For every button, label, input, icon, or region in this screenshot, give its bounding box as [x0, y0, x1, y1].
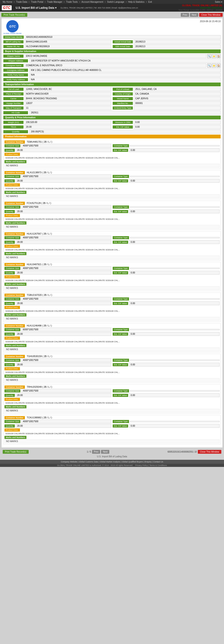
container-size-value-2: 4000*1001*500: [21, 205, 111, 209]
marks-label-2: Marks and Numbers: [5, 222, 26, 224]
qty-value-5: 20.00: [16, 302, 111, 305]
actual-arrival-field: Actual Arrival Date 20190213: [113, 40, 221, 44]
close-window-button-top[interactable]: Close This Window: [199, 13, 223, 17]
print-records-button-top[interactable]: Print Trade Record(s): [1, 13, 27, 17]
bottom-page-title: U.S. Import Bill of Lading Data: [1, 454, 223, 458]
qty-label-4: Quantity: [5, 271, 15, 274]
print-records-button-bottom[interactable]: Print Trade Record(s): [3, 450, 29, 454]
edit-arrival-label: Edit Arrival Date: [113, 45, 133, 48]
weight-field: Weight (KG) 230,520.00: [3, 120, 111, 124]
port-unload-label: Port of Unload: [113, 88, 133, 91]
port-load-value: 12493, VANCOUVER, BC: [24, 87, 111, 91]
nav-exit[interactable]: Exit: [148, 1, 152, 3]
consignee-name-label: Consignee Name: [3, 64, 24, 67]
next-button-bottom[interactable]: Next: [101, 450, 109, 454]
terms-link[interactable]: Terms & Conditions: [149, 464, 167, 466]
privacy-policy-link[interactable]: Privacy Policy: [135, 464, 148, 466]
marks-label-9: Marks and Numbers: [5, 436, 26, 439]
consignee-name-field: Consignee Name COMERCIAL E INDUSTRIAL ER…: [3, 64, 221, 68]
nav-tradeportal[interactable]: Trade Portal: [31, 1, 43, 3]
search-icon-2[interactable]: 🔍: [207, 64, 211, 68]
next-button-top[interactable]: Next: [190, 13, 198, 17]
transport-way-label: Way of Transport: [3, 106, 24, 110]
nav-tradedata[interactable]: Trade Data: [16, 1, 27, 3]
vessel-name-label: Vessel Name: [113, 97, 133, 100]
product-desc-label-2: Product Desc.: [5, 214, 20, 217]
marks-label-4: Marks and Numbers: [5, 283, 26, 286]
notify-party-address-value: N/A: [29, 78, 221, 82]
home-icon-2[interactable]: 🏠: [216, 64, 221, 68]
qty-value-2: 20.00: [16, 210, 111, 213]
container-size-value-1: 4000*1001*500: [21, 174, 111, 178]
bol-row: Bill of Lading No. BHHX124981101405 Actu…: [3, 40, 221, 44]
product-desc-text-4: SODIUM CHLORATE SODIUM CHLORATE SODIUM C…: [5, 279, 219, 282]
container-type-value-2: [130, 206, 219, 208]
containers-area: Container Number TEMU4481701 ( 2B / L / …: [3, 139, 221, 444]
nav-helpstatistics[interactable]: Help & Statistics: [128, 1, 145, 3]
product-desc-text-7: SODIUM CHLORATE SODIUM CHLORATE SODIUM C…: [5, 371, 219, 374]
cif-value: 0.00: [134, 125, 221, 129]
container-type-label-5: Container Type: [113, 298, 129, 300]
footer-link-market[interactable]: Global Market Analysis: [100, 461, 120, 463]
card-date: 2019-08-16 15:49:10: [200, 20, 221, 22]
place-receipt-value: NORTH VANCOUVER: [24, 92, 111, 96]
nav-switchlanguage[interactable]: Switch Language: [107, 1, 124, 3]
nav-links-left[interactable]: My Home▾ Trade Data▾ Trade Portal▾ Trade…: [2, 1, 153, 3]
shipper-name-row: Shipper Name ERCO WORLDWIDE 🔍 ⭐ 🏠: [3, 54, 221, 58]
footer-link-contact[interactable]: Contact Us: [153, 461, 163, 463]
qty-value-1: 20.00: [16, 179, 111, 183]
footer: Company Website | Global Customs Data | …: [0, 460, 224, 464]
container-type-label-6: Container Type: [113, 328, 129, 331]
product-desc-text-1: SODIUM CHLORATE SODIUM CHLORATE SODIUM C…: [5, 187, 219, 190]
container-type-label-1: Container Type: [113, 175, 129, 178]
close-window-button-bottom[interactable]: Close This Window: [198, 450, 221, 454]
container-number-label-3: Container Number: [5, 232, 25, 236]
manifest-field: Manifest No. 000001: [113, 101, 221, 105]
product-desc-label-1: Product Desc.: [5, 183, 20, 186]
cif-value-3: 0.00: [129, 240, 219, 244]
nav-trademanager[interactable]: Trade Manager: [47, 1, 62, 3]
home-icon[interactable]: 🏠: [216, 54, 221, 58]
container-block-5: Container Number TGBU2167020 ( 2B / L / …: [3, 292, 221, 322]
prev-button-bottom[interactable]: Prev: [92, 450, 100, 454]
product-desc-label-8: Product Desc.: [5, 398, 20, 401]
marks-value-0: NO MARKS: [5, 164, 219, 168]
container-size-label-5: Container Size: [5, 298, 20, 300]
prev-button-top[interactable]: Prev: [181, 13, 189, 17]
star-icon-2[interactable]: ⭐: [212, 64, 216, 68]
vessel-name-value: CAP JERVIS: [134, 96, 221, 100]
consignee-name-value: COMERCIAL E INDUSTRIAL ERCO: [24, 64, 206, 68]
container-type-label-2: Container Type: [113, 206, 129, 209]
search-icon[interactable]: 🔍: [207, 54, 211, 58]
container-type-label-7: Container Type: [113, 359, 129, 362]
edit-arrival-field: Edit Arrival Date 20190213: [113, 44, 221, 48]
container-number-value-3: HLKU1267567 ( 2B / L / ): [26, 232, 52, 235]
nav-accountmanagement[interactable]: Account Management: [81, 1, 103, 3]
notify-party-address-label: Notify Party Address: [3, 78, 28, 81]
container-size-value-6: 6000*1001*500: [21, 328, 111, 332]
footer-link-customs[interactable]: Global Customs Data: [79, 461, 98, 463]
teus-value: 20.00: [24, 125, 111, 129]
bol-field: Bill of Lading No. BHHX124981101405: [3, 40, 111, 44]
marks-value-6: NO MARKS: [5, 348, 219, 351]
container-block-3: Container Number HLKU1267567 ( 2B / L / …: [3, 231, 221, 260]
product-desc-label-0: Product Desc.: [5, 153, 20, 156]
qty-label-3: Quantity: [5, 240, 15, 244]
star-icon[interactable]: ⭐: [212, 54, 216, 58]
global-data-id-label: Global Data Identity: [3, 36, 24, 39]
top-toolbar: Print Trade Record(s) Prev Next Close Th…: [1, 13, 223, 17]
footer-link-enquiry[interactable]: Enquiry: [145, 461, 152, 463]
cif-value-5: 0.00: [129, 302, 219, 305]
main-card: GTC GLOBAL TRADE ONLINE 2019-08-16 15:49…: [1, 18, 223, 448]
consignee-address-label: Consignee Address: [3, 69, 28, 72]
footer-link-buyers[interactable]: Global Qualified Buyers: [122, 461, 143, 463]
edit-arrival-value: 20190213: [134, 44, 221, 48]
footer-link-company[interactable]: Company Website: [61, 461, 77, 463]
footer-bottom: GLOBAL TRADE ONLINE LIMITED is Authorize…: [0, 464, 224, 467]
container-type-value-8: [130, 390, 219, 392]
nav-tradetools[interactable]: Trade Tools: [66, 1, 78, 3]
product-desc-text-9: SODIUM CHLORATE SODIUM CHLORATE SODIUM C…: [5, 432, 219, 435]
notify-party-name-label: Notify Party Name: [3, 73, 28, 76]
nav-myhome[interactable]: My Home: [3, 1, 12, 3]
container-type-label-3: Container Type: [113, 236, 129, 239]
